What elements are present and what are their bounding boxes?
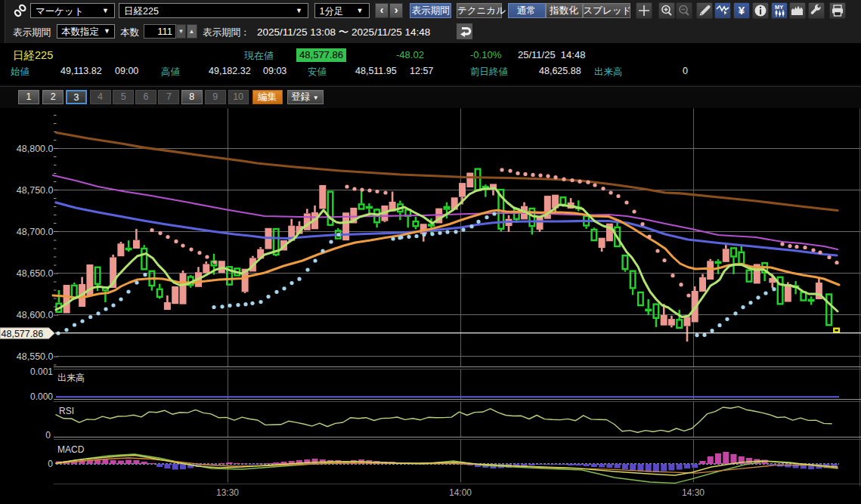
svg-text:MY: MY [775, 4, 783, 11]
svg-text:0: 0 [48, 459, 53, 469]
svg-text:14:00: 14:00 [449, 487, 472, 498]
svg-text:¥: ¥ [738, 4, 745, 17]
svg-text:48,750.0: 48,750.0 [17, 185, 54, 196]
svg-text:MACD: MACD [57, 444, 85, 455]
svg-text:48,800.0: 48,800.0 [17, 144, 54, 154]
svg-text:48,550.0: 48,550.0 [17, 351, 54, 362]
svg-text:14:30: 14:30 [682, 487, 705, 498]
svg-text:48,600.0: 48,600.0 [17, 310, 54, 320]
svg-text:RSI: RSI [59, 406, 74, 416]
svg-text:48,650.0: 48,650.0 [17, 268, 54, 279]
svg-text:出来高: 出来高 [57, 373, 85, 383]
svg-text:48,577.86: 48,577.86 [2, 329, 44, 339]
svg-text:13:30: 13:30 [216, 487, 239, 498]
svg-text:0: 0 [45, 430, 51, 441]
svg-text:48,700.0: 48,700.0 [17, 227, 54, 237]
svg-text:0.000: 0.000 [30, 391, 53, 402]
svg-text:0.001: 0.001 [30, 366, 53, 377]
